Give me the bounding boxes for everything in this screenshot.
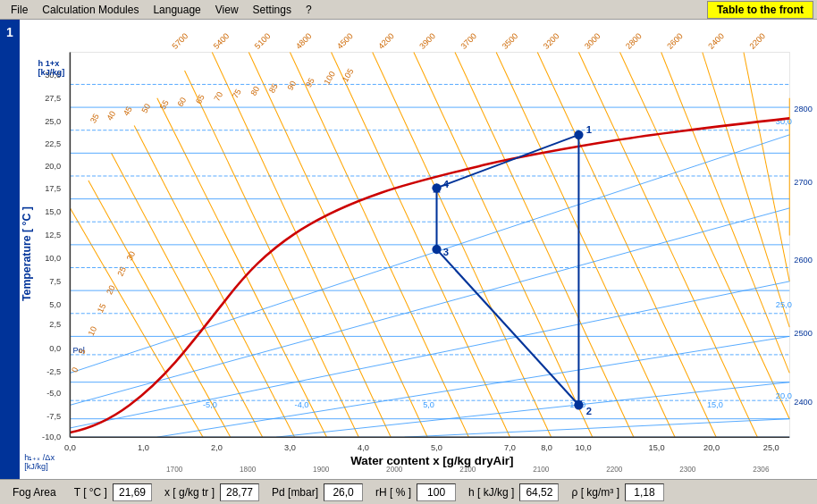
svg-text:2500: 2500 [794, 329, 813, 338]
svg-text:15,0: 15,0 [707, 400, 723, 409]
menu-calc[interactable]: Calculation Modules [35, 2, 146, 18]
x-value: 28,77 [220, 483, 259, 501]
svg-text:2700: 2700 [794, 178, 813, 187]
fog-area-label: Fog Area [7, 484, 62, 500]
menu-view[interactable]: View [208, 2, 246, 18]
svg-text:1: 1 [586, 124, 592, 135]
svg-text:4: 4 [443, 179, 450, 189]
menubar: File Calculation Modules Language View S… [0, 0, 817, 20]
t-label: T [ °C ] [69, 484, 113, 500]
svg-text:-5,0: -5,0 [46, 389, 61, 398]
svg-text:20,0: 20,0 [45, 162, 61, 171]
main-content: 1 [0, 20, 817, 479]
svg-text:5,0: 5,0 [431, 443, 442, 452]
svg-text:2400: 2400 [794, 398, 813, 407]
rho-value: 1,18 [625, 483, 664, 501]
svg-text:-5,0: -5,0 [203, 400, 217, 409]
svg-point-147 [432, 245, 441, 254]
pd-value: 26,0 [324, 483, 363, 501]
chart-badge: 1 [0, 20, 20, 479]
svg-text:7,0: 7,0 [504, 443, 516, 452]
svg-point-148 [432, 183, 441, 192]
svg-text:15,0: 15,0 [649, 443, 665, 452]
svg-text:2600: 2600 [794, 256, 813, 265]
menu-help[interactable]: ? [299, 2, 319, 18]
svg-text:8,0: 8,0 [541, 443, 552, 452]
chart-area: 5700 5400 5100 4800 4500 4200 3900 3700 … [20, 20, 817, 479]
svg-text:5,0: 5,0 [49, 300, 61, 309]
svg-text:-4,0: -4,0 [295, 400, 309, 409]
svg-text:2800: 2800 [794, 105, 813, 113]
svg-text:2200: 2200 [606, 466, 623, 474]
svg-text:1700: 1700 [166, 466, 183, 474]
h-label: h [ kJ/kg ] [463, 484, 519, 500]
svg-text:2306: 2306 [753, 466, 770, 474]
svg-text:20,0: 20,0 [776, 391, 792, 400]
svg-text:0,0: 0,0 [64, 443, 76, 452]
svg-text:2: 2 [586, 406, 592, 416]
svg-point-145 [574, 130, 583, 139]
h-value: 64,52 [519, 483, 559, 501]
menu-language[interactable]: Language [146, 2, 207, 18]
svg-text:h 1+x: h 1+x [38, 59, 61, 68]
y-axis-label: Temperature [ °C ] [21, 206, 33, 301]
table-front-button[interactable]: Table to the front [707, 1, 813, 19]
svg-text:4,0: 4,0 [358, 443, 369, 452]
svg-text:5,0: 5,0 [423, 400, 434, 409]
svg-text:20,0: 20,0 [703, 443, 720, 452]
t-value: 21,69 [113, 483, 152, 501]
svg-text:2,0: 2,0 [211, 443, 223, 452]
svg-text:3,0: 3,0 [284, 443, 296, 452]
svg-text:2,5: 2,5 [49, 320, 61, 329]
pd-label: Pd [mbar] [266, 484, 324, 500]
svg-text:[kJ/kg]: [kJ/kg] [38, 68, 65, 77]
svg-text:10,0: 10,0 [45, 254, 61, 263]
svg-text:22,5: 22,5 [45, 139, 61, 148]
svg-text:2100: 2100 [533, 466, 550, 474]
svg-text:2000: 2000 [386, 466, 403, 474]
rh-value: 100 [417, 483, 456, 501]
statusbar: Fog Area T [ °C ] 21,69 x [ g/kg tr ] 28… [0, 479, 817, 504]
svg-text:2100: 2100 [459, 466, 476, 474]
rh-label: rH [ % ] [370, 484, 417, 500]
x-label: x [ g/kg tr ] [159, 484, 220, 500]
svg-text:25,0: 25,0 [763, 443, 779, 452]
svg-text:0,0: 0,0 [49, 344, 61, 353]
svg-point-146 [574, 400, 583, 409]
svg-text:7,5: 7,5 [49, 277, 61, 286]
svg-text:1800: 1800 [240, 466, 257, 474]
svg-text:3: 3 [443, 247, 449, 257]
svg-text:1,0: 1,0 [138, 443, 149, 452]
svg-text:17,5: 17,5 [45, 184, 61, 193]
svg-text:10,0: 10,0 [576, 443, 592, 452]
svg-text:12,5: 12,5 [45, 231, 61, 239]
svg-text:25,0: 25,0 [45, 117, 61, 126]
svg-text:25,0: 25,0 [776, 300, 792, 309]
svg-text:h₁₊ₓ /Δx: h₁₊ₓ /Δx [24, 453, 55, 462]
svg-text:15,0: 15,0 [45, 207, 61, 216]
svg-text:-7,5: -7,5 [46, 412, 61, 421]
svg-text:1900: 1900 [313, 466, 330, 474]
svg-text:-10,0: -10,0 [42, 433, 61, 441]
svg-text:2300: 2300 [679, 466, 696, 474]
menu-file[interactable]: File [4, 2, 35, 18]
svg-text:27,5: 27,5 [45, 94, 61, 103]
svg-text:[kJ/kg]: [kJ/kg] [24, 462, 48, 471]
rho-label: ρ [ kg/m³ ] [566, 484, 625, 500]
svg-text:-2,5: -2,5 [46, 367, 61, 376]
x-axis-label: Water content x [g/kg dryAir] [350, 454, 513, 467]
menu-settings[interactable]: Settings [246, 2, 299, 18]
